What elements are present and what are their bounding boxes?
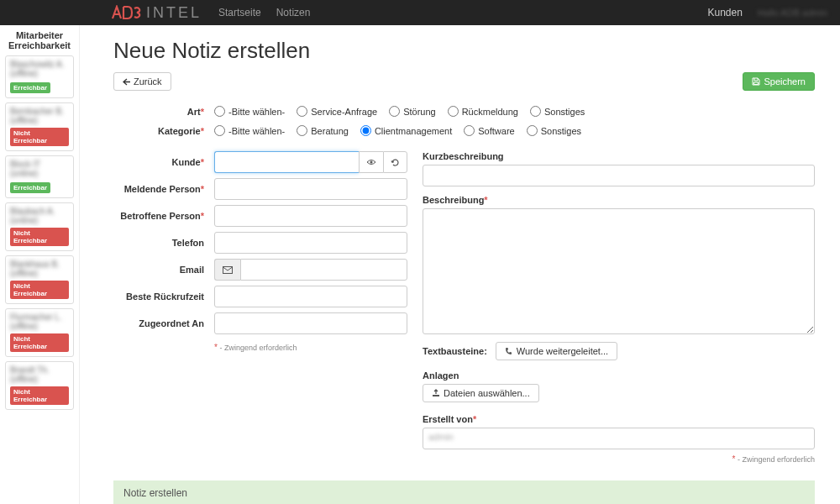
kategorie-option[interactable]: Sonstiges	[527, 125, 581, 136]
nav-link-notizen[interactable]: Notizen	[276, 7, 311, 18]
employee-card[interactable]: Flurmacher L. (offline)Nicht Erreichbar	[5, 308, 74, 357]
rueckruf-input[interactable]	[214, 286, 407, 307]
employee-card[interactable]: Blaschowitz A. (offline)Erreichbar	[5, 55, 74, 98]
employee-card[interactable]: Brandt Th. (offline)Nicht Erreichbar	[5, 361, 74, 410]
envelope-icon	[223, 266, 233, 274]
brand-text: INTEL	[146, 4, 202, 22]
nav-link-kunden[interactable]: Kunden	[707, 7, 742, 18]
kategorie-radio[interactable]	[527, 125, 538, 136]
kategorie-option[interactable]: Clientmanagement	[360, 125, 452, 136]
refresh-icon	[391, 158, 400, 167]
kategorie-radio[interactable]	[214, 125, 225, 136]
art-option[interactable]: Rückmeldung	[448, 106, 518, 117]
employee-sidebar: MitarbeiterErreichbarkeit Blaschowitz A.…	[0, 25, 80, 504]
art-option[interactable]: Service-Anfrage	[297, 106, 377, 117]
kategorie-radio[interactable]	[464, 125, 475, 136]
eye-icon	[366, 158, 376, 166]
art-radio[interactable]	[448, 106, 459, 117]
art-option[interactable]: Sonstiges	[530, 106, 585, 117]
kategorie-radio-group: -Bitte wählen-BeratungClientmanagementSo…	[214, 125, 815, 136]
email-input[interactable]	[240, 259, 407, 281]
art-radio-group: -Bitte wählen-Service-AnfrageStörungRück…	[214, 106, 815, 117]
email-icon-addon	[214, 259, 240, 281]
logo-block: INTEL	[0, 4, 210, 22]
beschreibung-textarea[interactable]	[423, 208, 815, 334]
zugeordnet-input[interactable]	[214, 312, 407, 334]
employee-name: Blaschowitz A. (offline)	[10, 60, 69, 78]
kategorie-option[interactable]: Beratung	[297, 125, 349, 136]
status-badge: Nicht Erreichbar	[10, 228, 69, 246]
employee-card[interactable]: Blankhaus B. (offline)Nicht Erreichbar	[5, 255, 74, 304]
employee-card[interactable]: Block IT (online)Erreichbar	[5, 155, 74, 198]
phone-icon	[505, 347, 513, 355]
art-option[interactable]: -Bitte wählen-	[214, 106, 285, 117]
telefon-input[interactable]	[214, 232, 407, 254]
svg-point-0	[370, 161, 373, 164]
top-navbar: INTEL Startseite Notizen Kunden Hallo AD…	[0, 0, 840, 25]
status-badge: Erreichbar	[10, 82, 50, 93]
nav-link-startseite[interactable]: Startseite	[218, 7, 261, 18]
view-customer-button[interactable]	[359, 151, 383, 173]
erstellt-von-label: Erstellt von*	[423, 414, 815, 424]
kategorie-radio[interactable]	[360, 125, 371, 136]
kategorie-radio[interactable]	[297, 125, 307, 136]
textbausteine-label: Textbausteine:	[423, 346, 487, 356]
status-badge: Nicht Erreichbar	[10, 128, 69, 146]
kategorie-option[interactable]: -Bitte wählen-	[214, 125, 285, 136]
employee-name: Blaubach A. (online)	[10, 207, 69, 225]
employee-name: Flurmacher L. (offline)	[10, 312, 69, 331]
save-button-top[interactable]: Speichern	[743, 72, 815, 91]
art-radio[interactable]	[389, 106, 400, 117]
art-radio[interactable]	[214, 106, 225, 117]
kurzbeschreibung-label: Kurzbeschreibung	[423, 151, 815, 161]
arrow-left-icon	[123, 78, 130, 86]
kunde-input[interactable]	[214, 151, 359, 173]
kategorie-option[interactable]: Software	[464, 125, 514, 136]
betroffene-person-input[interactable]	[214, 205, 407, 227]
employee-card[interactable]: Blaubach A. (online)Nicht Erreichbar	[5, 202, 74, 251]
status-badge: Nicht Erreichbar	[10, 281, 69, 299]
art-radio[interactable]	[297, 106, 307, 117]
textbaustein-button[interactable]: Wurde weitergeleitet...	[496, 342, 617, 360]
upload-icon	[432, 389, 440, 397]
status-badge: Nicht Erreichbar	[10, 333, 69, 352]
employee-name: Brandt Th. (offline)	[10, 365, 69, 384]
refresh-customer-button[interactable]	[383, 151, 407, 173]
footer-status-bar: Notiz erstellen	[113, 480, 815, 504]
file-select-button[interactable]: Dateien auswählen...	[423, 384, 539, 402]
page-title: Neue Notiz erstellen	[113, 38, 815, 64]
erstellt-von-field: admin	[423, 428, 815, 449]
art-option[interactable]: Störung	[389, 106, 436, 117]
sidebar-title: MitarbeiterErreichbarkeit	[5, 30, 74, 50]
art-radio[interactable]	[530, 106, 541, 117]
main-content: Neue Notiz erstellen Zurück Speichern Ar…	[80, 25, 840, 504]
save-icon	[752, 77, 760, 86]
meldende-person-input[interactable]	[214, 178, 407, 200]
brand-logo-icon	[111, 5, 143, 20]
anlagen-label: Anlagen	[423, 370, 815, 381]
employee-name: Block IT (online)	[10, 160, 69, 178]
back-button[interactable]: Zurück	[113, 72, 171, 91]
kurzbeschreibung-input[interactable]	[423, 165, 815, 186]
nav-user-label: Hallo ADB admin	[758, 8, 827, 18]
beschreibung-label: Beschreibung*	[423, 195, 815, 205]
status-badge: Nicht Erreichbar	[10, 386, 69, 405]
employee-name: Blankhaus B. (offline)	[10, 260, 69, 278]
svg-rect-2	[433, 395, 439, 396]
employee-name: Bernbacher B. (offline)	[10, 107, 69, 125]
status-badge: Erreichbar	[10, 182, 50, 193]
employee-card[interactable]: Bernbacher B. (offline)Nicht Erreichbar	[5, 102, 74, 151]
